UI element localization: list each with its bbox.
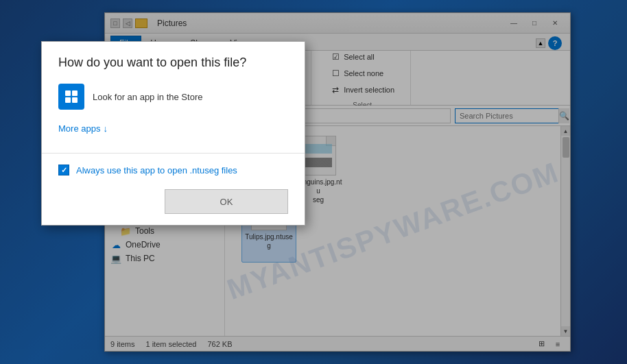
svg-rect-0 — [65, 90, 71, 96]
more-apps-chevron-icon: ↓ — [103, 123, 108, 134]
checkbox-row: ✓ Always use this app to open .ntuseg fi… — [58, 159, 288, 181]
more-apps-label: More apps — [58, 123, 100, 134]
store-option-label: Look for an app in the Store — [93, 92, 202, 102]
dialog-footer: OK — [42, 181, 305, 225]
dialog-overlay: How do you want to open this file? Look … — [0, 0, 627, 364]
svg-rect-2 — [65, 97, 71, 103]
checkbox-label-pre: Always use this app to — [76, 165, 167, 175]
dialog-divider — [42, 153, 305, 154]
svg-rect-3 — [72, 97, 78, 103]
svg-rect-1 — [72, 90, 78, 96]
checkbox-label: Always use this app to open .ntuseg file… — [76, 165, 237, 175]
more-apps-link[interactable]: More apps ↓ — [58, 118, 288, 139]
always-use-checkbox[interactable]: ✓ — [58, 165, 69, 175]
dialog-title: How do you want to open this file? — [58, 56, 288, 70]
ok-button[interactable]: OK — [165, 189, 288, 214]
dialog-header: How do you want to open this file? Look … — [42, 42, 305, 147]
store-option-item[interactable]: Look for an app in the Store — [58, 78, 288, 115]
checkbox-action: open .ntuseg files — [167, 165, 237, 175]
dialog-body: ✓ Always use this app to open .ntuseg fi… — [42, 159, 305, 181]
store-app-icon — [58, 84, 84, 110]
open-with-dialog: How do you want to open this file? Look … — [41, 41, 305, 226]
